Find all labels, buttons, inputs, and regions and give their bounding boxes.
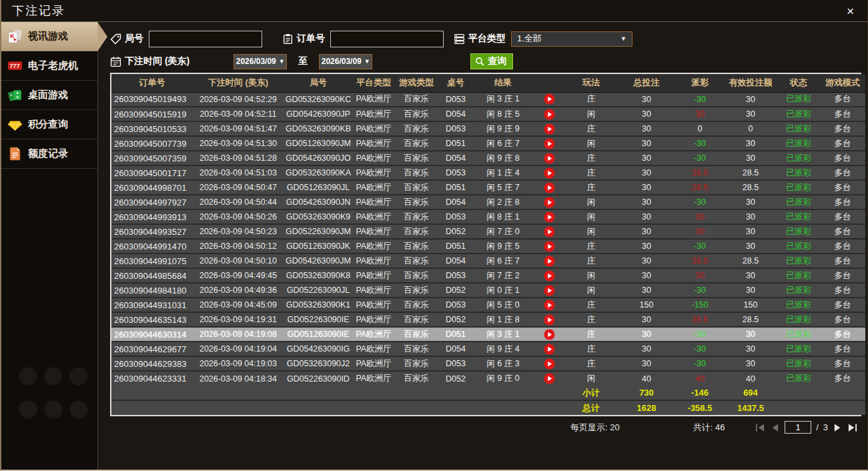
table-row[interactable]: 260309044984180 2026-03-09 04:49:36 GD05…: [111, 283, 865, 298]
table-row[interactable]: 260309044993913 2026-03-09 04:50:26 GD05…: [111, 209, 865, 224]
platform-list-icon: [454, 33, 465, 45]
date-to-picker[interactable]: 2026/03/09 ▼: [319, 54, 372, 69]
cell-game-type: 百家乐: [394, 107, 438, 121]
play-replay-icon[interactable]: [544, 167, 555, 179]
cell-mode: 多台: [820, 224, 865, 239]
platform-type-select[interactable]: 1.全部 ▼: [511, 31, 632, 47]
cell-valid-bet: 28.5: [724, 312, 777, 327]
cell-replay: [533, 121, 565, 136]
date-from-picker[interactable]: 2026/03/09 ▼: [234, 54, 287, 69]
table-row[interactable]: 260309045001717 2026-03-09 04:51:03 GD05…: [111, 165, 865, 180]
table-row[interactable]: 260309044623331 2026-03-09 04:18:34 GD05…: [111, 371, 865, 386]
cell-total-bet: 30: [617, 239, 676, 254]
cell-mode: 多台: [820, 136, 865, 151]
playing-cards-icon: K♥: [7, 29, 23, 44]
table-row[interactable]: 260309044931031 2026-03-09 04:45:09 GD05…: [111, 298, 865, 312]
table-row[interactable]: 260309044629677 2026-03-09 04:19:04 GD05…: [111, 342, 865, 356]
play-replay-icon[interactable]: [544, 300, 555, 311]
cell-valid-bet: 30: [724, 239, 777, 254]
play-replay-icon[interactable]: [544, 285, 555, 296]
cell-total-bet: 30: [617, 121, 676, 136]
search-button[interactable]: 查询: [470, 53, 513, 69]
column-header: 下注时间 (美东): [193, 74, 284, 92]
round-number-input[interactable]: [149, 31, 262, 47]
table-row[interactable]: 260309045007359 2026-03-09 04:51:28 GD05…: [111, 151, 865, 165]
cell-side: 闲: [565, 283, 617, 298]
table-row[interactable]: 260309044997927 2026-03-09 04:50:44 GD05…: [111, 195, 865, 209]
records-table: 订单号下注时间 (美东)局号平台类型游戏类型桌号结果玩法总投注派彩有效投注额状态…: [111, 74, 865, 415]
cell-payout: 28.5: [676, 180, 724, 195]
page-title: 下注记录: [12, 3, 65, 19]
sidebar-item-slots[interactable]: 777 电子老虎机: [1, 51, 97, 81]
table-row[interactable]: 260309044991470 2026-03-09 04:50:12 GD05…: [111, 239, 865, 254]
cell-bet-time: 2026-03-09 04:50:47: [193, 180, 284, 195]
cell-game-type: 百家乐: [394, 298, 438, 312]
sidebar-item-quota-records[interactable]: 额度记录: [1, 139, 97, 169]
cell-total-bet: 30: [617, 224, 676, 239]
last-page-icon[interactable]: [847, 423, 857, 432]
round-number-label: 局号: [125, 33, 143, 45]
table-header-row: 订单号下注时间 (美东)局号平台类型游戏类型桌号结果玩法总投注派彩有效投注额状态…: [111, 74, 865, 92]
document-icon: [7, 146, 23, 161]
order-number-input[interactable]: [330, 31, 444, 47]
cell-payout: 30: [676, 107, 724, 121]
cell-round-no: GD053263090KA: [284, 165, 353, 180]
close-icon[interactable]: ×: [844, 3, 857, 19]
table-row[interactable]: 260309044630314 2026-03-09 04:19:08 GD05…: [111, 327, 865, 342]
first-page-icon[interactable]: [755, 423, 765, 432]
play-replay-icon[interactable]: [544, 197, 555, 208]
play-replay-icon[interactable]: [544, 138, 555, 149]
table-row[interactable]: 260309045007739 2026-03-09 04:51:30 GD05…: [111, 136, 865, 151]
cell-status: 已派彩: [777, 356, 820, 371]
play-replay-icon[interactable]: [544, 226, 555, 238]
cell-order-no: 260309044991470: [111, 239, 193, 254]
play-replay-icon[interactable]: [544, 358, 555, 370]
cell-platform: PA欧洲厅: [353, 165, 394, 180]
table-row[interactable]: 260309044985684 2026-03-09 04:49:45 GD05…: [111, 268, 865, 283]
play-replay-icon[interactable]: [544, 314, 555, 326]
previous-page-icon[interactable]: [770, 423, 780, 432]
play-replay-icon[interactable]: [544, 153, 555, 164]
cell-platform: PA欧洲厅: [353, 121, 394, 136]
table-row[interactable]: 260309044993527 2026-03-09 04:50:23 GD05…: [111, 224, 865, 239]
play-replay-icon[interactable]: [544, 241, 555, 252]
table-row[interactable]: 260309045010533 2026-03-09 04:51:47 GD05…: [111, 121, 865, 136]
play-replay-icon[interactable]: [544, 109, 555, 120]
play-replay-icon[interactable]: [544, 123, 555, 135]
cell-valid-bet: 30: [724, 356, 777, 371]
table-row[interactable]: 260309044629383 2026-03-09 04:19:03 GD05…: [111, 356, 865, 371]
play-replay-icon[interactable]: [544, 373, 555, 384]
play-replay-icon[interactable]: [544, 93, 555, 105]
cell-result: 闲 7 庄 0: [473, 224, 533, 239]
cell-valid-bet: 30: [724, 342, 777, 356]
play-replay-icon[interactable]: [544, 211, 555, 223]
cell-replay: [533, 298, 565, 312]
table-row[interactable]: 260309045015919 2026-03-09 04:52:11 GD05…: [111, 107, 865, 121]
sidebar-item-video-games[interactable]: K♥ 视讯游戏: [1, 22, 97, 51]
sidebar-item-table-games[interactable]: 桌面游戏: [1, 81, 97, 110]
table-row[interactable]: 260309044998701 2026-03-09 04:50:47 GD05…: [111, 180, 865, 195]
play-replay-icon[interactable]: [544, 256, 555, 267]
page-size-text: 每页显示: 20: [570, 422, 620, 434]
subtotal-total-bet: 730: [617, 386, 676, 400]
play-replay-icon[interactable]: [544, 182, 555, 193]
table-row[interactable]: 260309044635143 2026-03-09 04:19:31 GD05…: [111, 312, 865, 327]
next-page-icon[interactable]: [833, 423, 843, 432]
sidebar-item-points-query[interactable]: 积分查询: [1, 110, 97, 139]
play-replay-icon[interactable]: [544, 270, 555, 282]
sidebar-item-label: 积分查询: [28, 118, 68, 131]
cell-total-bet: 30: [617, 268, 676, 283]
cell-round-no: GD053263090KC: [284, 92, 353, 107]
cell-platform: PA欧洲厅: [353, 371, 394, 386]
table-row[interactable]: 260309044991075 2026-03-09 04:50:10 GD05…: [111, 254, 865, 268]
cell-status: 已派彩: [777, 298, 820, 312]
cell-result: 闲 6 庄 7: [473, 254, 533, 268]
page-separator: /: [816, 422, 819, 432]
play-replay-icon[interactable]: [544, 344, 555, 355]
table-row[interactable]: 260309045019493 2026-03-09 04:52:29 GD05…: [111, 92, 865, 107]
calendar-icon: [110, 56, 121, 67]
cell-valid-bet: 30: [724, 283, 777, 298]
cell-game-type: 百家乐: [394, 151, 438, 165]
play-replay-icon[interactable]: [544, 329, 555, 340]
page-number-input[interactable]: [785, 421, 811, 434]
